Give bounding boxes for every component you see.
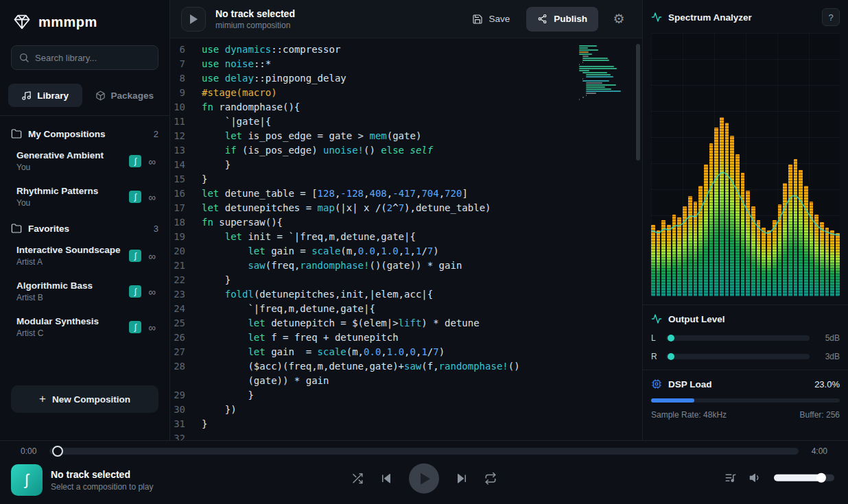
settings-gear-button[interactable]: ⚙ bbox=[606, 7, 631, 32]
spectrum-title: Spectrum Analyzer bbox=[668, 12, 752, 23]
next-track-button[interactable] bbox=[456, 472, 468, 485]
infinity-icon: ∞ bbox=[148, 192, 156, 202]
queue-button[interactable] bbox=[725, 472, 737, 484]
mimium-badge-icon: ∫ bbox=[129, 155, 141, 167]
dsp-load-fill bbox=[651, 398, 694, 403]
timeline: 0:00 4:00 bbox=[0, 441, 848, 456]
output-level-title: Output Level bbox=[668, 314, 725, 324]
save-button[interactable]: Save bbox=[464, 8, 518, 30]
skip-back-icon bbox=[380, 472, 392, 485]
infinity-icon: ∞ bbox=[148, 251, 156, 261]
playback-controls bbox=[351, 464, 497, 494]
repeat-icon bbox=[484, 472, 497, 485]
editor-scrollbar[interactable] bbox=[636, 44, 640, 160]
transport-bar: 0:00 4:00 ∫ No track selected Select a c… bbox=[0, 440, 848, 504]
mimium-badge-icon: ∫ bbox=[129, 285, 141, 298]
code-line: 25 let detunepitch = $(elem|>lift) * det… bbox=[170, 316, 642, 331]
header-title: No track selected bbox=[215, 8, 295, 19]
code-line: 30 }) bbox=[170, 403, 642, 417]
help-button[interactable]: ? bbox=[822, 8, 840, 26]
music-note-icon bbox=[21, 91, 32, 101]
item-title: Generative Ambient bbox=[16, 150, 123, 160]
composition-list-item[interactable]: Generative Ambient You ∫ ∞ bbox=[11, 143, 158, 179]
now-playing-title: No track selected bbox=[51, 469, 153, 480]
code-line: 10fn randomphase(){ bbox=[170, 100, 642, 115]
logo-gem-icon bbox=[12, 12, 32, 32]
level-slider[interactable] bbox=[666, 335, 810, 341]
seek-slider[interactable] bbox=[49, 448, 799, 455]
dsp-load-value: 23.0% bbox=[814, 379, 840, 389]
buffer-label: Buffer: 256 bbox=[800, 410, 840, 420]
tab-library[interactable]: Library bbox=[8, 84, 82, 107]
code-lines: 6use dynamics::compressor7use noise::*8u… bbox=[170, 43, 642, 440]
item-subtitle: Artist A bbox=[16, 257, 123, 267]
item-subtitle: You bbox=[16, 163, 123, 172]
plus-icon: + bbox=[39, 392, 46, 406]
tab-packages-label: Packages bbox=[111, 91, 154, 101]
level-slider[interactable] bbox=[666, 354, 810, 359]
volume-knob[interactable] bbox=[816, 473, 826, 483]
cpu-icon bbox=[651, 379, 662, 389]
minimap[interactable] bbox=[579, 45, 624, 103]
code-line: 9#stage(macro) bbox=[170, 86, 642, 100]
now-playing-info: No track selected Select a composition t… bbox=[51, 469, 153, 492]
repeat-button[interactable] bbox=[484, 472, 497, 485]
composition-list-item[interactable]: Rhythmic Patterns You ∫ ∞ bbox=[11, 179, 158, 215]
section-header[interactable]: Favorites 3 bbox=[11, 215, 158, 238]
editor-header: No track selected mimium composition Sav… bbox=[170, 0, 642, 38]
shuffle-button[interactable] bbox=[351, 472, 364, 485]
dsp-load-bar bbox=[651, 398, 840, 403]
mimium-badge-icon: ∫ bbox=[129, 191, 141, 203]
sidebar-section: My Compositions 2 Generative Ambient You… bbox=[11, 120, 158, 215]
tab-packages[interactable]: Packages bbox=[88, 84, 162, 107]
infinity-icon: ∞ bbox=[148, 322, 156, 333]
composition-list-item[interactable]: Modular Synthesis Artist C ∫ ∞ bbox=[11, 309, 158, 345]
code-line: 23 foldl(detunepitches,init,|elem,acc|{ bbox=[170, 287, 642, 302]
folder-icon bbox=[11, 128, 22, 139]
code-line: 32 bbox=[170, 431, 642, 440]
volume-button[interactable] bbox=[749, 472, 762, 484]
code-editor[interactable]: 6use dynamics::compressor7use noise::*8u… bbox=[170, 38, 642, 440]
mimium-badge-icon: ∫ bbox=[129, 321, 141, 333]
code-line: 26 let f = freq + detunepitch bbox=[170, 331, 642, 345]
item-subtitle: Artist B bbox=[16, 293, 123, 302]
new-composition-button[interactable]: + New Composition bbox=[11, 385, 158, 413]
now-playing-subtitle: Select a composition to play bbox=[51, 482, 153, 492]
code-line: 24 `|freq,m,detune,gate|{ bbox=[170, 302, 642, 316]
infinity-icon: ∞ bbox=[148, 287, 156, 297]
code-line: 11 `|gate|{ bbox=[170, 115, 642, 129]
header-subtitle: mimium composition bbox=[215, 21, 295, 30]
sidebar-section: Favorites 3 Interactive Soundscape Artis… bbox=[11, 215, 158, 345]
seek-knob[interactable] bbox=[52, 446, 63, 457]
sample-rate-label: Sample Rate: 48kHz bbox=[651, 410, 727, 420]
item-subtitle: Artist C bbox=[16, 328, 123, 338]
level-knob[interactable] bbox=[668, 335, 674, 341]
volume-icon bbox=[749, 472, 762, 484]
publish-button[interactable]: Publish bbox=[526, 7, 598, 32]
code-line: 6use dynamics::compressor bbox=[170, 43, 642, 57]
level-knob[interactable] bbox=[668, 353, 674, 360]
new-composition-label: New Composition bbox=[52, 394, 130, 405]
tab-library-label: Library bbox=[37, 91, 69, 101]
composition-list-item[interactable]: Interactive Soundscape Artist A ∫ ∞ bbox=[11, 238, 158, 274]
code-line: 28 ($acc)(freq,m,detune,gate)+saw(f,rand… bbox=[170, 359, 642, 374]
channel-value: 3dB bbox=[816, 352, 840, 361]
waveform-icon bbox=[651, 313, 662, 324]
play-icon bbox=[420, 472, 430, 484]
package-icon bbox=[95, 91, 106, 101]
header-play-button[interactable] bbox=[181, 7, 206, 32]
section-items: Interactive Soundscape Artist A ∫ ∞ Algo… bbox=[11, 238, 158, 345]
code-line: 20 let gain = scale(m,0.0,1.0,1,1/7) bbox=[170, 244, 642, 259]
brand-name: mmmpm bbox=[38, 14, 97, 30]
publish-label: Publish bbox=[554, 14, 587, 24]
code-line: 22 } bbox=[170, 273, 642, 287]
play-button[interactable] bbox=[409, 464, 439, 494]
search-input[interactable] bbox=[11, 45, 158, 70]
item-title: Rhythmic Patterns bbox=[16, 186, 123, 196]
volume-slider[interactable] bbox=[774, 475, 834, 481]
sidebar-sections: My Compositions 2 Generative Ambient You… bbox=[0, 116, 169, 345]
code-line: 8use delay::pingpong_delay bbox=[170, 71, 642, 86]
previous-track-button[interactable] bbox=[380, 472, 392, 485]
composition-list-item[interactable]: Algorithmic Bass Artist B ∫ ∞ bbox=[11, 274, 158, 309]
section-header[interactable]: My Compositions 2 bbox=[11, 120, 158, 143]
